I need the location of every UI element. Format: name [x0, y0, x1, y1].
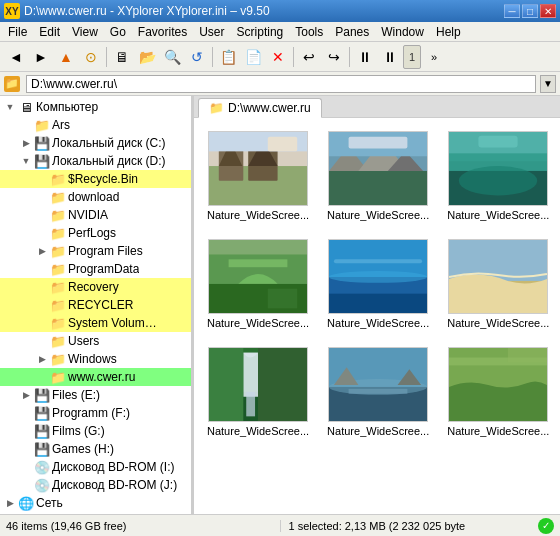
tree-item-diskD[interactable]: ▼ 💾 Локальный диск (D:): [0, 152, 191, 170]
tree-item-diskE[interactable]: ▶ 💾 Files (E:): [0, 386, 191, 404]
pane1-button[interactable]: ⏸: [353, 45, 377, 69]
close-button[interactable]: ✕: [540, 4, 556, 18]
tab1-button[interactable]: 1: [403, 45, 421, 69]
tree-item-network[interactable]: ▶ 🌐 Сеть: [0, 494, 191, 512]
tree-item-programfiles[interactable]: ▶ 📁 Program Files: [0, 242, 191, 260]
tree-item-recovery[interactable]: ▶ 📁 Recovery: [0, 278, 191, 296]
forward-button[interactable]: ►: [29, 45, 53, 69]
tree-item-nvidia[interactable]: ▶ 📁 NVIDIA: [0, 206, 191, 224]
tree-item-diskJ[interactable]: ▶ 💿 Дисковод BD-ROM (J:): [0, 476, 191, 494]
file-item[interactable]: Nature_WideScree...: [202, 234, 314, 334]
home-button[interactable]: ⊙: [79, 45, 103, 69]
file-item[interactable]: Nature_WideScree...: [442, 126, 554, 226]
tree-item-perflogs[interactable]: ▶ 📁 PerfLogs: [0, 224, 191, 242]
svg-rect-14: [349, 137, 408, 149]
pane2-button[interactable]: ⏸: [378, 45, 402, 69]
tree-item-download[interactable]: ▶ 📁 download: [0, 188, 191, 206]
tree-expand[interactable]: ▶: [2, 495, 18, 511]
tree-item-ars[interactable]: ▶ 📁 Ars: [0, 116, 191, 134]
file-item[interactable]: Nature_WideScree...: [442, 342, 554, 442]
tree-expand[interactable]: ▼: [2, 99, 18, 115]
menu-go[interactable]: Go: [104, 22, 132, 41]
tree-label: ProgramData: [68, 262, 139, 276]
tree-item-diskH[interactable]: ▶ 💾 Games (H:): [0, 440, 191, 458]
svg-rect-39: [246, 392, 255, 417]
toolbar-sep1: [106, 47, 107, 67]
folder-button[interactable]: 📂: [135, 45, 159, 69]
tree-item-diskI[interactable]: ▶ 💿 Дисковод BD-ROM (I:): [0, 458, 191, 476]
file-item[interactable]: Nature_WideScree...: [202, 342, 314, 442]
svg-rect-41: [258, 348, 307, 422]
menu-tools[interactable]: Tools: [289, 22, 329, 41]
menu-user[interactable]: User: [193, 22, 230, 41]
tree-label: Локальный диск (D:): [52, 154, 166, 168]
status-ok-icon: ✓: [538, 518, 554, 534]
search-button[interactable]: 🔍: [160, 45, 184, 69]
file-thumbnail: [448, 347, 548, 422]
redo-button[interactable]: ↪: [322, 45, 346, 69]
tree-expand[interactable]: ▶: [18, 387, 34, 403]
menu-favorites[interactable]: Favorites: [132, 22, 193, 41]
tree-expand[interactable]: ▶: [18, 135, 34, 151]
menu-view[interactable]: View: [66, 22, 104, 41]
tree-item-computer[interactable]: ▼ 🖥 Компьютер: [0, 98, 191, 116]
tree-item-wwwcwer[interactable]: ▶ 📁 www.cwer.ru: [0, 368, 191, 386]
menu-file[interactable]: File: [2, 22, 33, 41]
file-item[interactable]: Nature_WideScree...: [322, 234, 434, 334]
minimize-button[interactable]: ─: [504, 4, 520, 18]
menu-edit[interactable]: Edit: [33, 22, 66, 41]
tree-item-diskG[interactable]: ▶ 💾 Films (G:): [0, 422, 191, 440]
copy-button[interactable]: 📋: [216, 45, 240, 69]
tree-label: System Volume Informa: [68, 316, 163, 330]
svg-rect-48: [349, 389, 408, 394]
maximize-button[interactable]: □: [522, 4, 538, 18]
tree-label: Files (E:): [52, 388, 100, 402]
file-item[interactable]: Nature_WideScree...: [322, 126, 434, 226]
address-input[interactable]: [26, 75, 536, 93]
tree-label: RECYCLER: [68, 298, 133, 312]
file-item[interactable]: Nature_WideScree...: [202, 126, 314, 226]
menu-scripting[interactable]: Scripting: [231, 22, 290, 41]
menu-panes[interactable]: Panes: [329, 22, 375, 41]
folder-icon: 📁: [50, 261, 66, 277]
file-name: Nature_WideScree...: [327, 425, 429, 437]
more-button[interactable]: »: [422, 45, 446, 69]
tree-label: www.cwer.ru: [68, 370, 135, 384]
tree-item-users[interactable]: ▶ 📁 Users: [0, 332, 191, 350]
tree-expand[interactable]: ▶: [34, 351, 50, 367]
tree-item-windows[interactable]: ▶ 📁 Windows: [0, 350, 191, 368]
tree-label: Games (H:): [52, 442, 114, 456]
delete-button[interactable]: ✕: [266, 45, 290, 69]
undo-button[interactable]: ↩: [297, 45, 321, 69]
tree-item-diskF[interactable]: ▶ 💾 Programm (F:): [0, 404, 191, 422]
tree-expand[interactable]: ▶: [34, 243, 50, 259]
up-button[interactable]: ▲: [54, 45, 78, 69]
tree-label: NVIDIA: [68, 208, 108, 222]
file-name: Nature_WideScree...: [327, 209, 429, 221]
tab-wwwcwer[interactable]: 📁 D:\www.cwer.ru: [198, 98, 322, 118]
tree-item-diskC[interactable]: ▶ 💾 Локальный диск (C:): [0, 134, 191, 152]
file-thumbnail: [208, 347, 308, 422]
toolbar-sep2: [212, 47, 213, 67]
tree-expand[interactable]: ▼: [18, 153, 34, 169]
tree-item-recycler[interactable]: ▶ 📁 RECYCLER: [0, 296, 191, 314]
status-selection-label: 1 selected: 2,13 MB (2 232 025 byte: [289, 520, 466, 532]
folder-icon: 📁: [50, 333, 66, 349]
paste-button[interactable]: 📄: [241, 45, 265, 69]
back-button[interactable]: ◄: [4, 45, 28, 69]
tree-item-systemvolume[interactable]: ▶ 📁 System Volume Informa: [0, 314, 191, 332]
tree-item-srecycle[interactable]: ▶ 📁 $Recycle.Bin: [0, 170, 191, 188]
menu-window[interactable]: Window: [375, 22, 430, 41]
tab-bar: 📁 D:\www.cwer.ru: [194, 96, 560, 118]
file-item[interactable]: Nature_WideScree...: [322, 342, 434, 442]
refresh-button[interactable]: ↺: [185, 45, 209, 69]
menu-help[interactable]: Help: [430, 22, 467, 41]
drive-button[interactable]: 🖥: [110, 45, 134, 69]
address-dropdown[interactable]: ▼: [540, 75, 556, 93]
tree-label: Films (G:): [52, 424, 105, 438]
file-thumbnail: [328, 131, 428, 206]
file-thumbnail: [208, 239, 308, 314]
tree-item-programdata[interactable]: ▶ 📁 ProgramData: [0, 260, 191, 278]
file-item[interactable]: Nature_WideScree...: [442, 234, 554, 334]
folder-icon: 📁: [50, 369, 66, 385]
